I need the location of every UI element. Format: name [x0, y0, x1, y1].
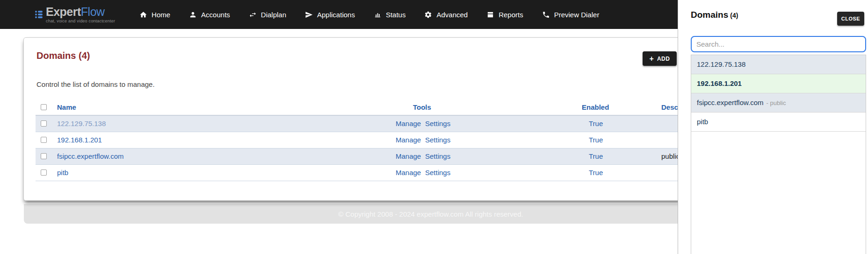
nav-item-status[interactable]: Status — [374, 11, 406, 19]
enabled-value: True — [589, 136, 603, 144]
row-checkbox[interactable] — [41, 169, 47, 176]
phone-icon — [542, 11, 550, 19]
enabled-value: True — [589, 169, 603, 176]
nav-label: Dialplan — [261, 11, 286, 19]
nav-label: Accounts — [201, 11, 230, 19]
manage-link[interactable]: Manage — [396, 152, 421, 160]
domain-name-link[interactable]: 122.129.75.138 — [57, 120, 106, 127]
domain-name-link[interactable]: fsipcc.expertflow.com — [57, 152, 124, 160]
row-checkbox[interactable] — [41, 137, 47, 143]
domain-switcher-panel: Domains(4) CLOSE 122.129.75.138 192.168.… — [678, 0, 868, 254]
swap-arrows-icon — [249, 11, 257, 19]
settings-link[interactable]: Settings — [425, 136, 450, 144]
select-all-checkbox[interactable] — [41, 104, 47, 110]
description-value: public — [661, 152, 680, 160]
page-subtitle: Control the list of domains to manage. — [36, 80, 155, 88]
brand-tagline: chat, voice and video contactcenter — [46, 19, 115, 23]
close-button[interactable]: CLOSE — [837, 12, 864, 26]
page-title: Domains (4) — [36, 50, 90, 61]
nav-label: Preview Dialer — [554, 11, 600, 19]
domain-list-item[interactable]: 122.129.75.138 — [691, 55, 866, 74]
settings-link[interactable]: Settings — [425, 152, 450, 160]
person-icon — [189, 11, 197, 19]
domain-list-item[interactable]: pitb — [691, 113, 866, 132]
manage-link[interactable]: Manage — [396, 136, 421, 144]
plus-icon: + — [650, 55, 654, 63]
main-menu: Home Accounts Dialplan Applications Stat… — [139, 11, 599, 19]
nav-item-reports[interactable]: Reports — [486, 11, 523, 19]
brand-logo-icon — [35, 11, 43, 18]
domain-search-input[interactable] — [691, 36, 866, 52]
nav-label: Home — [152, 11, 170, 19]
settings-link[interactable]: Settings — [425, 120, 450, 127]
nav-label: Status — [386, 11, 406, 19]
nav-item-preview-dialer[interactable]: Preview Dialer — [542, 11, 600, 19]
column-header-enabled[interactable]: Enabled — [582, 103, 609, 111]
row-checkbox[interactable] — [41, 120, 47, 127]
settings-link[interactable]: Settings — [425, 169, 450, 176]
nav-label: Advanced — [436, 11, 468, 19]
manage-link[interactable]: Manage — [396, 169, 421, 176]
row-checkbox[interactable] — [41, 153, 47, 159]
nav-item-accounts[interactable]: Accounts — [189, 11, 230, 19]
manage-link[interactable]: Manage — [396, 120, 421, 127]
copyright-text: © Copyright 2008 - 2024 expertflow.com A… — [338, 210, 523, 218]
home-icon — [139, 11, 147, 19]
domain-name-link[interactable]: pitb — [57, 169, 68, 176]
panel-title: Domains(4) — [691, 10, 738, 20]
archive-box-icon — [486, 11, 494, 19]
brand-logo[interactable]: ExpertFlow chat, voice and video contact… — [35, 6, 115, 23]
nav-label: Reports — [499, 11, 523, 19]
enabled-value: True — [589, 120, 603, 127]
paper-plane-icon — [305, 11, 313, 19]
add-button-label: ADD — [657, 56, 670, 62]
nav-item-advanced[interactable]: Advanced — [424, 11, 468, 19]
brand-name: ExpertFlow — [46, 6, 115, 18]
add-button[interactable]: + ADD — [643, 51, 677, 66]
bar-chart-icon — [374, 11, 382, 19]
enabled-value: True — [589, 152, 603, 160]
domain-list-item-active[interactable]: 192.168.1.201 — [691, 74, 866, 93]
nav-item-home[interactable]: Home — [139, 11, 170, 19]
nav-item-dialplan[interactable]: Dialplan — [249, 11, 286, 19]
gear-icon — [424, 11, 432, 19]
column-header-tools: Tools — [413, 103, 431, 111]
nav-label: Applications — [317, 11, 355, 19]
domain-list-item[interactable]: fsipcc.expertflow.com- public — [691, 93, 866, 113]
domain-list: 122.129.75.138 192.168.1.201 fsipcc.expe… — [691, 55, 866, 254]
column-header-name[interactable]: Name — [57, 103, 76, 111]
domain-name-link[interactable]: 192.168.1.201 — [57, 136, 102, 144]
nav-item-applications[interactable]: Applications — [305, 11, 355, 19]
